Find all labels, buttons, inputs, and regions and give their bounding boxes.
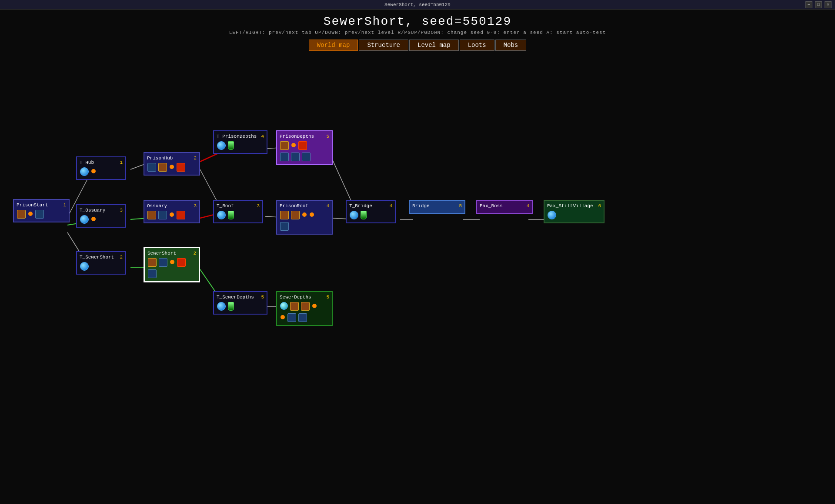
chest-icon — [148, 258, 157, 267]
node-label: SewerShort — [147, 251, 176, 256]
dot-orange-icon — [302, 212, 307, 217]
node-pax-boss[interactable]: Pax_Boss 4 — [476, 200, 533, 214]
node-t-hub[interactable]: T_Hub 1 — [76, 156, 126, 180]
shield-icon-2 — [148, 269, 157, 278]
node-label: T_PrisonDepths — [217, 134, 257, 139]
node-label: SewerDepths — [280, 295, 311, 300]
app-title: SewerShort, seed=550129 — [0, 15, 835, 28]
node-label: T_SewerShort — [80, 255, 114, 260]
orb-blue-icon — [217, 211, 226, 219]
flask-icon — [228, 141, 234, 150]
orb-blue-icon — [217, 302, 226, 311]
dot-orange-icon — [170, 165, 174, 169]
node-sewer-depths[interactable]: SewerDepths 5 — [276, 291, 333, 326]
node-label: Pax_Boss — [480, 203, 503, 209]
chest-icon — [290, 302, 299, 311]
shield-icon — [287, 313, 296, 322]
chest-icon — [280, 141, 289, 150]
window-title: SewerShort, seed=550129 — [384, 2, 451, 7]
red-icon — [177, 258, 186, 267]
orb-blue-icon — [548, 211, 556, 219]
chest-icon — [158, 163, 167, 172]
dot-orange-icon — [170, 260, 174, 264]
close-button[interactable]: ✕ — [825, 1, 832, 8]
node-label: T_SewerDepths — [217, 295, 254, 300]
node-prison-roof[interactable]: PrisonRoof 4 — [276, 200, 333, 235]
flask-icon — [361, 211, 367, 219]
node-label: PrisonDepths — [280, 134, 314, 139]
node-label: T_Hub — [80, 160, 94, 165]
node-sewer-short[interactable]: SewerShort 2 — [144, 247, 200, 282]
chest-icon-2 — [291, 211, 300, 219]
node-label: PrisonStart — [17, 202, 48, 208]
node-prison-hub[interactable]: PrisonHub 2 — [144, 152, 200, 176]
node-t-sewer-depths[interactable]: T_SewerDepths 5 — [213, 291, 267, 315]
node-label: T_Bridge — [349, 203, 372, 209]
flask-icon — [228, 211, 234, 219]
orb-blue-icon — [80, 167, 89, 176]
dot-orange-icon — [291, 143, 296, 147]
red-icon — [177, 211, 185, 219]
shield-icon-2 — [280, 153, 289, 161]
node-label: PrisonRoof — [280, 203, 308, 209]
red-icon — [298, 141, 307, 150]
node-prison-start[interactable]: PrisonStart 1 — [13, 199, 70, 222]
node-ossuary[interactable]: Ossuary 3 — [144, 200, 200, 223]
shield-icon-2 — [280, 222, 289, 231]
keyboard-hints: LEFT/RIGHT: prev/next tab UP/DOWN: prev/… — [0, 30, 835, 35]
flask-icon — [228, 302, 234, 311]
dot-orange-icon — [91, 169, 96, 173]
maximize-button[interactable]: □ — [815, 1, 822, 8]
node-label: Ossuary — [147, 203, 167, 209]
node-t-bridge[interactable]: T_Bridge 4 — [346, 200, 396, 223]
dot-orange-icon-2 — [281, 315, 285, 319]
node-t-ossuary[interactable]: T_Ossuary 3 — [76, 204, 126, 228]
minimize-button[interactable]: — — [805, 1, 812, 8]
node-prison-depths[interactable]: PrisonDepths 5 — [276, 130, 333, 165]
dot-orange-icon — [312, 304, 317, 308]
connections-layer — [0, 48, 835, 504]
node-pax-stilt-village[interactable]: Pax_StiltVillage 6 — [544, 200, 605, 223]
shield-icon-2 — [298, 313, 307, 322]
chest-icon — [17, 210, 26, 219]
red-icon — [177, 163, 185, 172]
shield-icon-4 — [302, 153, 311, 161]
chest-icon — [147, 211, 156, 219]
shield-icon — [35, 210, 44, 219]
chest-icon-2 — [301, 302, 310, 311]
title-bar: SewerShort, seed=550129 — □ ✕ — [0, 0, 835, 10]
orb-icon — [280, 302, 288, 310]
node-t-sewerShort[interactable]: T_SewerShort 2 — [76, 251, 126, 275]
node-bridge[interactable]: Bridge 5 — [409, 200, 465, 214]
node-label: PrisonHub — [147, 156, 173, 161]
map-area: PrisonStart 1 T_Hub 1 T_Ossuary 3 — [0, 48, 835, 504]
dot-orange-icon — [170, 212, 174, 217]
window-controls[interactable]: — □ ✕ — [805, 1, 832, 8]
dot-orange-icon — [91, 217, 96, 221]
orb-blue-icon — [350, 211, 358, 219]
node-label: Bridge — [412, 203, 430, 209]
node-label: T_Ossuary — [80, 208, 105, 213]
node-t-roof[interactable]: T_Roof 3 — [213, 200, 263, 223]
dot-orange-icon — [28, 212, 33, 216]
shield-icon — [147, 163, 156, 172]
shield-icon — [158, 211, 167, 219]
shield-icon-3 — [291, 153, 300, 161]
shield-icon — [159, 258, 167, 267]
orb-blue-icon — [80, 262, 89, 271]
node-t-prison-depths[interactable]: T_PrisonDepths 4 — [213, 130, 267, 154]
node-label: Pax_StiltVillage — [547, 203, 593, 209]
chest-icon — [280, 211, 289, 219]
orb-blue-icon — [217, 141, 226, 150]
node-label: T_Roof — [217, 203, 234, 209]
dot-orange-icon-2 — [310, 212, 314, 217]
orb-blue-icon — [80, 215, 89, 224]
